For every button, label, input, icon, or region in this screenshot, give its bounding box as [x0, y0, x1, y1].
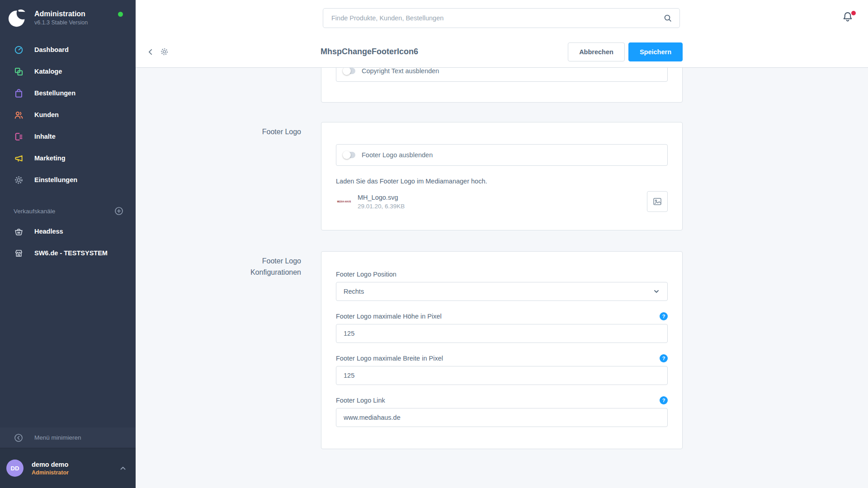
field-label: Footer Logo maximale Breite in Pixel: [336, 355, 443, 362]
sidebar-item-label: Marketing: [34, 155, 66, 162]
field-label: Footer Logo maximale Höhe in Pixel: [336, 313, 442, 320]
toggle-label: Footer Logo ausblenden: [362, 151, 433, 159]
sidebar-item-label: Kataloge: [34, 68, 62, 75]
collapse-menu-label: Menü minimieren: [34, 434, 81, 441]
media-preview-button[interactable]: [647, 191, 668, 212]
sidebar-item-marketing[interactable]: Marketing: [0, 147, 136, 169]
image-icon: [652, 197, 662, 206]
max-width-input[interactable]: [336, 366, 668, 385]
chevron-left-icon: [146, 48, 155, 56]
sidebar-item-kunden[interactable]: Kunden: [0, 104, 136, 126]
position-field-group: Footer Logo Position Rechts: [336, 270, 668, 301]
user-menu[interactable]: DD demo demo Administrator: [0, 448, 136, 488]
app-window: Administration v6.1.3 Stable Version Das…: [0, 0, 868, 488]
sidebar-item-label: Kunden: [34, 111, 59, 118]
sidebar-item-label: Headless: [34, 228, 63, 235]
avatar: DD: [6, 460, 24, 477]
layers-icon: [14, 66, 24, 76]
sidebar-item-label: Einstellungen: [34, 176, 77, 183]
shopping-bag-icon: [14, 88, 24, 98]
copyright-card: Copyright Text ausblenden: [321, 68, 683, 103]
link-field-group: Footer Logo Link ?: [336, 396, 668, 427]
sidebar-item-headless[interactable]: Headless: [0, 221, 136, 242]
max-height-input[interactable]: [336, 324, 668, 343]
footer-logo-link-input[interactable]: [336, 408, 668, 427]
megaphone-icon: [14, 153, 24, 163]
app-logo-header[interactable]: Administration v6.1.3 Stable Version: [0, 0, 136, 33]
smartbar: MhspChangeFooterIcon6 Abbrechen Speicher…: [136, 36, 868, 68]
gear-icon: [14, 175, 24, 185]
page-settings-button[interactable]: [157, 45, 171, 59]
max-height-field-group: Footer Logo maximale Höhe in Pixel ?: [336, 312, 668, 343]
collapse-menu-button[interactable]: Menü minimieren: [0, 427, 136, 448]
user-role: Administrator: [32, 469, 69, 476]
gauge-icon: [14, 45, 24, 55]
footer-logo-section: Footer Logo Footer Logo ausblenden Laden…: [321, 122, 683, 230]
footer-logo-config-section: Footer Logo Konfigurationen Footer Logo …: [321, 251, 683, 449]
help-icon[interactable]: ?: [660, 354, 668, 362]
sidebar-spacer: [0, 264, 136, 427]
scroll-area[interactable]: Copyright Text ausblenden Footer Logo Fo…: [136, 68, 868, 488]
sidebar-item-label: Dashboard: [34, 46, 69, 53]
sidebar-item-sw6-testsystem[interactable]: SW6.de - TESTSYSTEM: [0, 242, 136, 264]
sidebar-item-label: Bestellungen: [34, 89, 75, 97]
copyright-toggle-field: Copyright Text ausblenden: [336, 68, 668, 82]
media-filename: MH_Logo.svg: [358, 194, 405, 201]
add-sales-channel-button[interactable]: [114, 206, 124, 216]
app-version: v6.1.3 Stable Version: [34, 19, 88, 26]
chevron-left-circle-icon: [14, 433, 24, 443]
section-title: Footer Logo Konfigurationen: [197, 256, 301, 278]
sidebar-item-dashboard[interactable]: Dashboard: [0, 39, 136, 61]
help-icon[interactable]: ?: [660, 312, 668, 320]
position-select-value: Rechts: [344, 288, 364, 295]
content-page-icon: [14, 131, 24, 141]
page-title: MhspChangeFooterIcon6: [171, 47, 568, 56]
sidebar: Administration v6.1.3 Stable Version Das…: [0, 0, 136, 488]
topbar: [136, 0, 868, 36]
footer-logo-hide-toggle[interactable]: [344, 152, 355, 158]
users-icon: [14, 110, 24, 120]
position-select[interactable]: Rechts: [336, 282, 668, 301]
field-label: Footer Logo Position: [336, 271, 396, 278]
section-title: Footer Logo: [197, 127, 301, 138]
media-thumbnail: MEDIA·HAUS: [336, 197, 352, 206]
footer-logo-card: Footer Logo ausblenden Laden Sie das Foo…: [321, 122, 683, 230]
max-width-field-group: Footer Logo maximale Breite in Pixel ?: [336, 354, 668, 385]
sidebar-item-label: Inhalte: [34, 133, 56, 140]
back-button[interactable]: [144, 45, 157, 59]
user-name: demo demo: [32, 460, 69, 469]
shopware-logo-icon: [7, 7, 28, 28]
footer-logo-toggle-field: Footer Logo ausblenden: [336, 144, 668, 166]
sales-channels-heading: Verkaufskanäle: [0, 202, 136, 221]
sidebar-item-einstellungen[interactable]: Einstellungen: [0, 169, 136, 191]
sidebar-item-label: SW6.de - TESTSYSTEM: [34, 249, 108, 257]
chevron-up-icon[interactable]: [119, 465, 127, 472]
copyright-hide-toggle[interactable]: [344, 68, 355, 74]
sidebar-item-kataloge[interactable]: Kataloge: [0, 61, 136, 82]
toggle-label: Copyright Text ausblenden: [362, 68, 439, 75]
sales-channels-label: Verkaufskanäle: [14, 208, 55, 215]
notifications-button[interactable]: [842, 11, 856, 25]
footer-logo-config-card: Footer Logo Position Rechts: [321, 251, 683, 449]
global-search[interactable]: [323, 8, 680, 28]
basket-icon: [14, 226, 24, 236]
chevron-down-icon: [653, 288, 660, 295]
main-menu: Dashboard Kataloge Beste: [0, 33, 136, 191]
media-meta: 29.01.20, 6.39KB: [358, 203, 405, 210]
media-item[interactable]: MEDIA·HAUS MH_Logo.svg 29.01.20, 6.39KB: [336, 191, 668, 212]
storefront-icon: [14, 248, 24, 258]
help-icon[interactable]: ?: [660, 396, 668, 404]
app-title: Administration: [34, 9, 88, 18]
save-button[interactable]: Speichern: [628, 42, 683, 61]
field-label: Footer Logo Link: [336, 397, 385, 404]
sales-channel-list: Headless SW6.de - TESTSYSTEM: [0, 221, 136, 264]
search-icon[interactable]: [663, 14, 672, 23]
status-online-dot: [118, 12, 123, 17]
notification-badge-dot: [851, 11, 856, 15]
sidebar-item-inhalte[interactable]: Inhalte: [0, 126, 136, 147]
gear-icon: [160, 47, 169, 56]
cancel-button[interactable]: Abbrechen: [568, 42, 625, 61]
main-area: MhspChangeFooterIcon6 Abbrechen Speicher…: [136, 0, 868, 488]
sidebar-item-bestellungen[interactable]: Bestellungen: [0, 82, 136, 104]
search-input[interactable]: [330, 14, 658, 22]
